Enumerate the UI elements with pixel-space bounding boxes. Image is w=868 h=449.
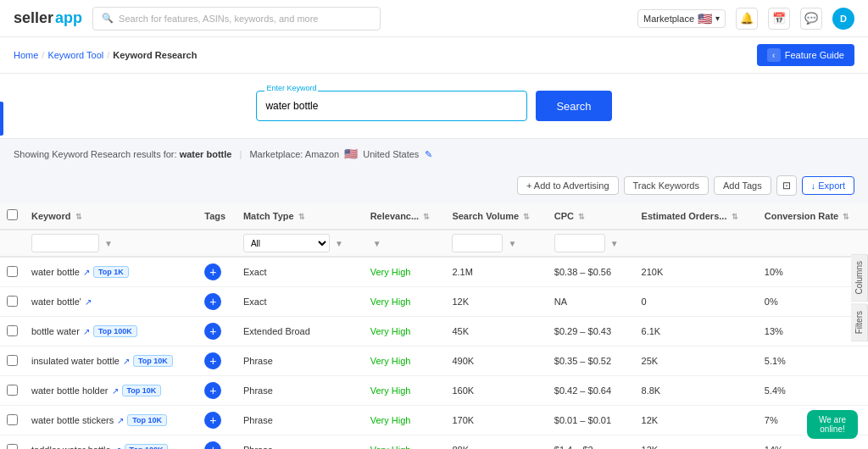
row-conv-rate: 5.1% [758, 346, 868, 376]
row-match-type: Phrase [236, 346, 364, 376]
row-keyword-cell: toddler water bottle ↗ Top 100K [25, 435, 198, 450]
breadcrumb-tool[interactable]: Keyword Tool [47, 50, 103, 60]
keyword-link-icon[interactable]: ↗ [123, 357, 130, 366]
marketplace-label: Marketplace [643, 14, 694, 24]
filter-checkbox-cell [0, 230, 25, 257]
row-checkbox-cell [0, 317, 25, 346]
filter-keyword-icon[interactable]: ▼ [104, 239, 113, 248]
results-marketplace: Marketplace: Amazon [249, 149, 339, 159]
filter-cpc-icon[interactable]: ▼ [610, 239, 619, 248]
row-search-volume: 45K [445, 317, 547, 346]
row-checkbox-2[interactable] [7, 325, 18, 336]
keyword-link-icon[interactable]: ↗ [83, 268, 90, 277]
filter-match-icon[interactable]: ▼ [335, 239, 343, 248]
marketplace-selector[interactable]: Marketplace 🇺🇸 ▾ [637, 9, 726, 28]
header-right: Marketplace 🇺🇸 ▾ 🔔 📅 💬 D [637, 8, 854, 30]
filter-tags-cell [198, 230, 236, 257]
row-checkbox-3[interactable] [7, 355, 18, 366]
filters-side-tab[interactable]: Filters [851, 303, 868, 341]
calendar-button[interactable]: 📅 [768, 8, 790, 30]
filter-relevance-cell: ▼ [364, 230, 446, 257]
row-checkbox-4[interactable] [7, 385, 18, 396]
row-tags-cell: + [198, 406, 236, 435]
row-tags-cell: + [198, 257, 236, 287]
add-tag-button[interactable]: + [204, 323, 221, 340]
row-checkbox-5[interactable] [7, 414, 18, 425]
row-est-orders: 12K [635, 406, 758, 435]
keyword-link-icon[interactable]: ↗ [112, 386, 119, 396]
chat-bubble[interactable]: We are online! [807, 410, 858, 439]
keyword-text: water bottle' [31, 297, 81, 307]
row-tags-cell: + [198, 287, 236, 317]
keyword-badge: Top 10K [127, 414, 167, 426]
add-tags-button[interactable]: Add Tags [714, 176, 771, 195]
keyword-badge: Top 100K [93, 325, 137, 337]
relevance-value: Very High [370, 267, 411, 277]
row-checkbox-6[interactable] [7, 444, 18, 450]
notifications-button[interactable]: 🔔 [736, 8, 758, 30]
add-advertising-button[interactable]: + Add to Advertising [517, 176, 619, 195]
add-tag-button[interactable]: + [204, 263, 221, 280]
col-conv-rate[interactable]: Conversion Rate ⇅ [758, 202, 868, 230]
filter-sv-input[interactable] [452, 234, 503, 252]
filter-relevance-icon[interactable]: ▼ [373, 239, 381, 248]
col-keyword[interactable]: Keyword ⇅ [25, 202, 198, 230]
logo: sellerapp [14, 9, 82, 27]
relevance-value: Very High [370, 385, 411, 396]
col-cpc[interactable]: CPC ⇅ [548, 202, 635, 230]
add-tag-button[interactable]: + [204, 293, 221, 310]
keyword-link-icon[interactable]: ↗ [114, 446, 121, 450]
filter-keyword-input[interactable] [31, 234, 99, 252]
row-conv-rate: 5.4% [758, 376, 868, 406]
keyword-input[interactable] [256, 91, 527, 121]
columns-side-tab[interactable]: Columns [851, 253, 868, 302]
add-tag-button[interactable]: + [204, 412, 221, 429]
keyword-link-icon[interactable]: ↗ [83, 327, 90, 336]
col-relevance[interactable]: Relevanc... ⇅ [364, 202, 446, 230]
row-tags-cell: + [198, 376, 236, 406]
edit-icon[interactable]: ✎ [425, 149, 432, 159]
search-button[interactable]: Search [536, 91, 611, 121]
col-match-type[interactable]: Match Type ⇅ [236, 202, 364, 230]
sort-icon-cpc: ⇅ [578, 213, 585, 221]
col-est-orders[interactable]: Estimated Orders... ⇅ [635, 202, 758, 230]
keyword-link-icon[interactable]: ↗ [117, 416, 124, 425]
sort-icon-conv: ⇅ [843, 213, 849, 221]
row-checkbox-0[interactable] [7, 266, 18, 277]
select-all-checkbox[interactable] [7, 209, 18, 220]
relevance-value: Very High [370, 297, 411, 307]
filter-row: ▼ All Exact Phrase Extended Broad ▼ ▼ [0, 230, 868, 257]
keyword-badge: Top 10K [122, 385, 162, 396]
chat-line2: online! [815, 424, 849, 434]
filter-cpc-input[interactable] [554, 234, 605, 252]
keyword-badge: Top 1K [93, 266, 129, 278]
row-match-type: Exact [236, 257, 364, 287]
copy-icon[interactable]: ⊡ [776, 175, 797, 196]
row-search-volume: 490K [445, 346, 547, 376]
track-keywords-button[interactable]: Track Keywords [624, 176, 709, 195]
left-accent-bar [0, 102, 3, 136]
add-tag-button[interactable]: + [204, 352, 221, 369]
table-row: bottle water ↗ Top 100K + Extended Broad… [0, 317, 868, 346]
filter-keyword-cell: ▼ [25, 230, 198, 257]
filter-cpc-cell: ▼ [548, 230, 635, 257]
col-search-volume[interactable]: Search Volume ⇅ [445, 202, 547, 230]
avatar[interactable]: D [832, 8, 854, 30]
export-button[interactable]: ↓ Export [802, 176, 854, 195]
add-tag-button[interactable]: + [204, 441, 221, 449]
feature-guide-button[interactable]: ‹ Feature Guide [757, 44, 854, 66]
keyword-link-icon[interactable]: ↗ [85, 297, 92, 307]
col-checkbox [0, 202, 25, 230]
marketplace-flag: 🇺🇸 [344, 147, 358, 160]
filter-match-type-select[interactable]: All Exact Phrase Extended Broad [243, 234, 330, 252]
add-tag-button[interactable]: + [204, 382, 221, 399]
keyword-badge: Top 100K [125, 444, 169, 449]
table-row: water bottle ↗ Top 1K + Exact Very High … [0, 257, 868, 287]
global-search[interactable]: 🔍 Search for features, ASINs, keywords, … [92, 7, 381, 30]
filter-match-cell: All Exact Phrase Extended Broad ▼ [236, 230, 364, 257]
us-flag: 🇺🇸 [698, 12, 712, 25]
messages-button[interactable]: 💬 [800, 8, 822, 30]
filter-sv-icon[interactable]: ▼ [508, 239, 516, 248]
row-checkbox-1[interactable] [7, 296, 18, 307]
breadcrumb-home[interactable]: Home [14, 50, 38, 60]
